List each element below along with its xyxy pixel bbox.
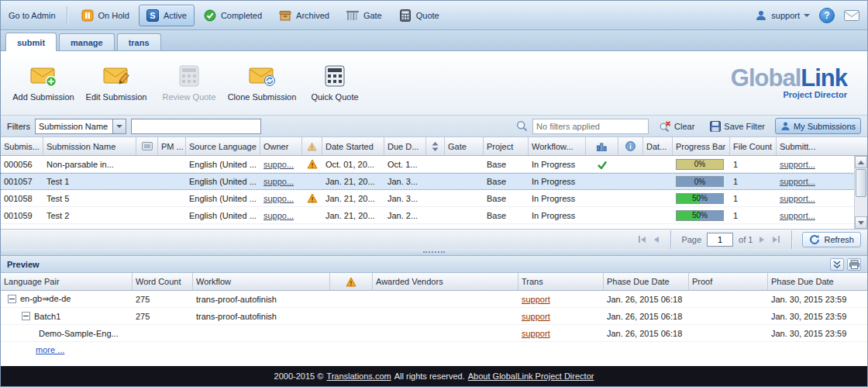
tree-collapse-icon[interactable]: [8, 295, 16, 303]
cell-workflow-status: In Progress: [529, 211, 586, 220]
my-submissions-toggle[interactable]: My Submissions: [775, 118, 861, 134]
owner-link[interactable]: suppo...: [264, 160, 294, 169]
page-number-input[interactable]: [707, 233, 733, 247]
cell-due-date: Jan. 3...: [384, 194, 426, 203]
completed-button[interactable]: Completed: [196, 5, 270, 26]
column-header-phase-due-date-2[interactable]: Phase Due Date: [768, 273, 867, 290]
column-header-gate[interactable]: Gate: [445, 137, 484, 155]
about-link[interactable]: About GlobalLink Project Director: [468, 371, 594, 381]
submitter-link[interactable]: support...: [780, 177, 815, 186]
column-header-date-started[interactable]: Date Started: [322, 137, 384, 155]
clear-filter-button[interactable]: Clear: [653, 118, 700, 135]
column-header-project[interactable]: Project: [484, 137, 529, 155]
column-header-source-language[interactable]: Source Language: [186, 137, 260, 155]
trans-vendor-link[interactable]: support: [522, 295, 550, 304]
preview-row-batch[interactable]: Batch1 275 trans-proof-autofinish suppor…: [1, 308, 867, 325]
on-hold-icon: [81, 9, 94, 22]
owner-link[interactable]: suppo...: [264, 177, 294, 186]
add-submission-button[interactable]: Add Submission: [7, 64, 80, 102]
column-header-submitter[interactable]: Submitt...: [777, 137, 854, 155]
column-header-submission-name[interactable]: Submission Name: [43, 137, 136, 155]
preview-row-language-pair[interactable]: en-gb⇒de-de 275 trans-proof-autofinish s…: [1, 291, 867, 308]
column-header-progress[interactable]: Progress Bar: [673, 137, 730, 155]
trans-vendor-link[interactable]: support: [522, 329, 550, 338]
column-header-file-count[interactable]: File Count: [730, 137, 777, 155]
translations-link[interactable]: Translations.com: [326, 371, 391, 381]
column-header-awarded-vendors[interactable]: Awarded Vendors: [373, 273, 518, 290]
panel-splitter[interactable]: [1, 249, 867, 256]
print-button[interactable]: [847, 258, 861, 271]
column-header-proof[interactable]: Proof: [689, 273, 768, 290]
first-page-button[interactable]: [637, 234, 647, 244]
column-header-trans[interactable]: Trans: [518, 273, 604, 290]
on-hold-label: On Hold: [98, 11, 129, 20]
column-header-attachment[interactable]: [136, 137, 158, 155]
edit-submission-button[interactable]: Edit Submission: [80, 64, 153, 102]
submitter-link[interactable]: support...: [780, 160, 815, 169]
clone-submission-button[interactable]: Clone Submission: [226, 64, 298, 102]
user-menu-button[interactable]: support: [755, 9, 810, 22]
copyright-text: 2000-2015 ©: [274, 371, 324, 381]
quick-quote-button[interactable]: Quick Quote: [298, 64, 371, 102]
archived-button[interactable]: Archived: [271, 5, 337, 26]
column-header-priority[interactable]: [426, 137, 445, 155]
status-check-icon: [597, 160, 608, 169]
active-icon: S: [146, 9, 159, 22]
submission-row-selected[interactable]: 001057 Test 1 English (United ... suppo.…: [1, 173, 867, 190]
column-header-owner[interactable]: Owner: [260, 137, 302, 155]
tab-submit[interactable]: submit: [5, 33, 57, 51]
go-to-admin-link[interactable]: Go to Admin: [9, 11, 56, 20]
column-header-phase-due-date-1[interactable]: Phase Due Date: [604, 273, 689, 290]
submission-row[interactable]: 001059 Test 2 English (United ... suppo.…: [1, 207, 867, 224]
applied-filters-input[interactable]: [532, 119, 649, 134]
save-filter-button[interactable]: Save Filter: [704, 118, 770, 135]
refresh-button[interactable]: Refresh: [802, 232, 861, 247]
tab-manage[interactable]: manage: [59, 33, 115, 50]
quick-quote-label: Quick Quote: [311, 92, 358, 102]
submitter-link[interactable]: support...: [780, 194, 815, 203]
column-header-preview-workflow[interactable]: Workflow: [193, 273, 330, 290]
column-header-word-count[interactable]: Word Count: [133, 273, 193, 290]
more-link[interactable]: more ...: [36, 345, 64, 354]
review-quote-button[interactable]: Review Quote: [153, 64, 226, 102]
column-header-workflow[interactable]: Workflow...: [529, 137, 586, 155]
on-hold-button[interactable]: On Hold: [74, 5, 137, 26]
submission-row[interactable]: 001058 Test 5 English (United ... suppo.…: [1, 190, 867, 207]
tree-collapse-icon[interactable]: [22, 312, 30, 320]
cell-due-date: Oct. 1...: [384, 160, 426, 169]
submission-row[interactable]: 000056 Non-parsable in... English (Unite…: [1, 156, 867, 173]
column-header-info[interactable]: [618, 137, 643, 155]
tab-trans[interactable]: trans: [117, 33, 161, 50]
column-header-pm[interactable]: PM ...: [158, 137, 186, 155]
owner-link[interactable]: suppo...: [264, 211, 294, 220]
gate-button[interactable]: Gate: [339, 5, 390, 26]
column-header-submission-id[interactable]: Submis...: [1, 137, 43, 155]
scroll-down-button[interactable]: [855, 216, 867, 229]
last-page-button[interactable]: [771, 234, 781, 244]
filter-field-select[interactable]: Submission Name: [35, 119, 126, 134]
owner-link[interactable]: suppo...: [264, 194, 294, 203]
column-header-alert[interactable]: [302, 137, 322, 155]
scrollbar-thumb[interactable]: [856, 169, 866, 197]
collapse-panel-button[interactable]: [830, 258, 844, 271]
submitter-link[interactable]: support...: [780, 211, 815, 220]
warning-icon: [307, 193, 318, 203]
column-header-preview-alert[interactable]: [330, 273, 373, 290]
quote-button[interactable]: Quote: [391, 5, 447, 26]
scroll-up-button[interactable]: [855, 156, 867, 168]
scrollbar-track[interactable]: [855, 168, 867, 216]
trans-vendor-link[interactable]: support: [522, 312, 550, 321]
cell-source-language: English (United ...: [186, 194, 260, 203]
next-page-button[interactable]: [758, 235, 766, 244]
active-button[interactable]: S Active: [139, 5, 195, 26]
column-header-due-date[interactable]: Due D...: [384, 137, 426, 155]
vertical-scrollbar[interactable]: [854, 156, 867, 229]
column-header-dat[interactable]: Dat...: [643, 137, 673, 155]
column-header-language-pair[interactable]: Language Pair: [1, 273, 133, 290]
prev-page-button[interactable]: [653, 235, 660, 244]
help-button[interactable]: ?: [819, 8, 835, 23]
mail-icon[interactable]: [844, 10, 859, 21]
column-header-status-chart[interactable]: [586, 137, 618, 155]
filter-value-input[interactable]: [131, 119, 261, 134]
preview-row-file[interactable]: Demo-Sample-Eng... support Jan. 26, 2015…: [1, 325, 867, 342]
